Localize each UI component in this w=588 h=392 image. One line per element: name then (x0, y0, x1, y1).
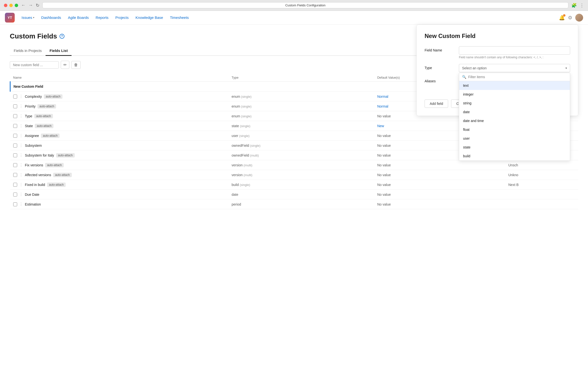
dropdown-option[interactable]: date (459, 108, 570, 116)
table-row: ⋮ Estimation period No value (10, 200, 578, 209)
auto-attach-tag: auto-attach (53, 173, 72, 177)
empty-cell: Next B (506, 180, 578, 190)
dropdown-option[interactable]: user (459, 134, 570, 143)
notification-badge (563, 14, 566, 17)
auto-attach-tag: auto-attach (34, 114, 53, 118)
drag-handle-icon[interactable]: ⋮ (19, 153, 23, 158)
back-button[interactable]: ← (21, 3, 26, 8)
nav-agile-boards[interactable]: Agile Boards (65, 14, 92, 22)
default-value-cell: No value (374, 180, 506, 190)
auto-attach-tag: auto-attach (35, 124, 54, 128)
close-dot[interactable] (4, 4, 7, 7)
drag-handle-icon[interactable]: ⋮ (19, 114, 23, 118)
maximize-dot[interactable] (15, 4, 18, 7)
row-checkbox[interactable] (13, 94, 17, 98)
tab-fields-in-projects[interactable]: Fields in Projects (10, 46, 46, 56)
empty-cell: Unkno (506, 170, 578, 180)
minimize-dot[interactable] (9, 4, 13, 7)
url-bar[interactable]: Custom Fields Configuration (42, 2, 568, 8)
drag-handle-icon[interactable]: ⋮ (19, 192, 23, 197)
add-field-button[interactable]: Add field (424, 100, 448, 108)
auto-attach-tag: auto-attach (56, 153, 75, 158)
row-checkbox[interactable] (13, 114, 17, 118)
row-checkbox[interactable] (13, 153, 17, 157)
row-checkbox[interactable] (13, 144, 17, 148)
drag-handle-icon[interactable]: ⋮ (19, 94, 23, 99)
new-custom-field-input[interactable] (10, 61, 59, 68)
row-checkbox[interactable] (13, 183, 17, 187)
field-name-cell: Subsystem for Italy (25, 153, 54, 157)
row-checkbox[interactable] (13, 134, 17, 138)
extensions-button[interactable]: 🧩 (571, 3, 577, 8)
drag-handle-icon[interactable]: ⋮ (19, 104, 23, 108)
tab-fields-list[interactable]: Fields List (46, 46, 72, 56)
type-select-button[interactable]: Select an option ▾ (459, 64, 570, 72)
row-checkbox[interactable] (13, 202, 17, 206)
type-control: Select an option ▾ 🔍 textintegerstringda… (459, 64, 570, 72)
aliases-label: Aliases (424, 77, 454, 83)
main-content: Custom Fields ? Fields in Projects Field… (0, 24, 588, 217)
type-cell: state (single) (228, 121, 374, 131)
empty-cell (506, 190, 578, 200)
filter-input[interactable] (468, 75, 567, 79)
dropdown-option[interactable]: state (459, 143, 570, 152)
field-name-cell: Estimation (25, 202, 41, 206)
app-logo[interactable]: YT (5, 13, 15, 22)
dropdown-option[interactable]: string (459, 99, 570, 108)
field-hint: Field name shouldn't contain any of foll… (459, 56, 570, 59)
settings-button[interactable]: ⚙ (568, 15, 572, 20)
row-checkbox[interactable] (13, 163, 17, 167)
field-name-cell: Type (25, 114, 32, 118)
dropdown-option[interactable]: text (459, 81, 570, 90)
avatar[interactable] (575, 14, 583, 22)
dropdown-option[interactable]: float (459, 125, 570, 134)
row-checkbox[interactable] (13, 173, 17, 177)
type-row: Type Select an option ▾ 🔍 textintegerstr… (424, 64, 570, 72)
nav-knowledge-base[interactable]: Knowledge Base (132, 14, 166, 22)
nav-issues[interactable]: Issues ▾ (18, 14, 37, 22)
edit-button[interactable]: ✏ (61, 61, 69, 69)
nav-reports[interactable]: Reports (92, 14, 112, 22)
field-name-cell: Subsystem (25, 144, 42, 148)
nav-dashboards[interactable]: Dashboards (38, 14, 64, 22)
type-cell: build (single) (228, 180, 374, 190)
dropdown-option[interactable]: integer (459, 90, 570, 99)
row-checkbox[interactable] (13, 192, 17, 196)
field-name-row: Field Name Field name shouldn't contain … (424, 46, 570, 59)
field-name-cell: Due Date (25, 192, 40, 196)
type-dropdown: 🔍 textintegerstringdatedate and timefloa… (459, 73, 570, 161)
empty-cell (506, 200, 578, 209)
refresh-button[interactable]: ↻ (36, 3, 40, 8)
drag-handle-icon[interactable]: ⋮ (19, 124, 23, 128)
nav-projects[interactable]: Projects (112, 14, 132, 22)
table-row: ⋮ Fix versions auto-attach version (mult… (10, 160, 578, 170)
drag-handle-icon[interactable]: ⋮ (19, 163, 23, 167)
drag-handle-icon[interactable]: ⋮ (19, 133, 23, 138)
table-row: ⋮ Affected versions auto-attach version … (10, 170, 578, 180)
forward-button[interactable]: → (28, 3, 33, 8)
auto-attach-tag: auto-attach (45, 163, 64, 167)
help-icon[interactable]: ? (60, 34, 64, 39)
default-value-cell: No value (374, 200, 506, 209)
auto-attach-tag: auto-attach (38, 104, 56, 108)
type-cell: enum (single) (228, 102, 374, 111)
notifications-button[interactable]: 🔔 (559, 15, 565, 20)
drag-handle-icon[interactable]: ⋮ (19, 143, 23, 148)
nav-items: Issues ▾ Dashboards Agile Boards Reports… (18, 14, 559, 22)
row-checkbox[interactable] (13, 104, 17, 108)
dropdown-options: textintegerstringdatedate and timefloatu… (459, 81, 570, 160)
dropdown-option[interactable]: build (459, 152, 570, 160)
panel-title: New Custom Field (424, 32, 570, 40)
type-select-wrapper: Select an option ▾ 🔍 textintegerstringda… (459, 64, 570, 72)
drag-handle-icon[interactable]: ⋮ (19, 182, 23, 187)
row-checkbox[interactable] (13, 124, 17, 128)
type-cell: enum (single) (228, 92, 374, 102)
drag-handle-icon[interactable]: ⋮ (19, 202, 23, 206)
delete-button[interactable]: 🗑 (71, 61, 80, 69)
dropdown-option[interactable]: date and time (459, 116, 570, 125)
more-button[interactable]: ⋮ (580, 3, 584, 8)
field-name-input[interactable] (459, 46, 570, 55)
app-navbar: YT Issues ▾ Dashboards Agile Boards Repo… (0, 11, 588, 24)
drag-handle-icon[interactable]: ⋮ (19, 172, 23, 177)
nav-timesheets[interactable]: Timesheets (167, 14, 192, 22)
